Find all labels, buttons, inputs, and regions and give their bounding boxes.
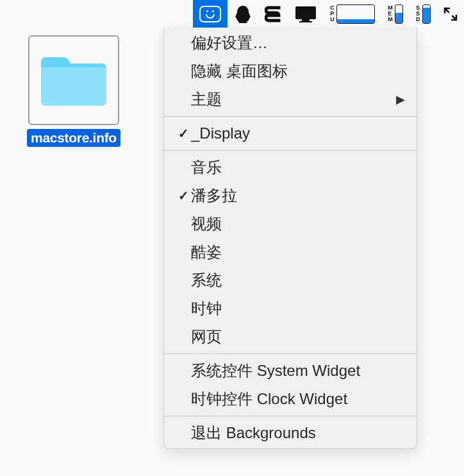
svg-rect-0 (295, 6, 316, 19)
menubar-ssd-stat[interactable]: S S D (410, 0, 437, 28)
folder-icon-selection (28, 35, 119, 125)
menu-divider (164, 116, 417, 117)
menu-music[interactable]: 音乐 (164, 153, 417, 182)
menu-system[interactable]: 系统 (164, 266, 417, 294)
menubar-mem-stat[interactable]: M E M (381, 0, 410, 28)
menu-cool[interactable]: 酷姿 (164, 238, 417, 266)
monitor-icon (294, 5, 317, 23)
menu-display[interactable]: ✓ _Display (164, 119, 417, 148)
menubar: C P U M E M (0, 0, 464, 28)
s-icon (265, 5, 281, 23)
ssd-label: S S D (416, 5, 420, 22)
submenu-arrow-icon: ▶ (396, 91, 405, 108)
svg-rect-1 (302, 19, 310, 21)
menu-pandora[interactable]: ✓ 潘多拉 (164, 182, 417, 210)
menubar-qq-icon[interactable] (228, 0, 258, 28)
cpu-meter (336, 4, 375, 24)
expand-icon (443, 7, 458, 21)
menu-video[interactable]: 视频 (164, 210, 417, 238)
dropdown-menu: 偏好设置… 隐藏 桌面图标 主题 ▶ ✓ _Display (163, 28, 417, 449)
menu-divider (164, 353, 417, 354)
smiley-icon (199, 6, 221, 22)
menu-clock[interactable]: 时钟 (164, 294, 417, 323)
folder-label: macstore.info (27, 129, 120, 147)
menu-theme[interactable]: 主题 ▶ (164, 85, 417, 114)
menubar-app-icon[interactable] (193, 0, 228, 28)
check-icon: ✓ (176, 186, 191, 205)
mem-meter (395, 4, 403, 24)
menu-web[interactable]: 网页 (164, 323, 417, 351)
svg-rect-2 (299, 21, 312, 22)
folder-icon (38, 52, 109, 108)
ssd-meter (422, 4, 431, 24)
menubar-monitor-icon[interactable] (288, 0, 324, 28)
mem-label: M E M (388, 5, 393, 22)
penguin-icon (234, 4, 252, 24)
menu-quit[interactable]: 退出 Backgrounds (164, 419, 417, 447)
menu-system-widget[interactable]: 系统控件 System Widget (164, 357, 417, 385)
desktop-folder[interactable]: macstore.info (28, 35, 119, 147)
desktop: macstore.info (0, 0, 464, 476)
menu-hide-icons[interactable]: 隐藏 桌面图标 (164, 57, 417, 85)
cpu-label: C P U (330, 5, 335, 22)
menubar-cpu-stat[interactable]: C P U (324, 0, 381, 28)
menubar-s-icon[interactable] (258, 0, 288, 28)
menubar-expand-icon[interactable] (437, 0, 464, 28)
menu-preferences[interactable]: 偏好设置… (164, 29, 417, 57)
menu-divider (164, 150, 417, 151)
menu-clock-widget[interactable]: 时钟控件 Clock Widget (164, 385, 417, 413)
menu-divider (164, 416, 417, 416)
check-icon: ✓ (176, 124, 191, 143)
